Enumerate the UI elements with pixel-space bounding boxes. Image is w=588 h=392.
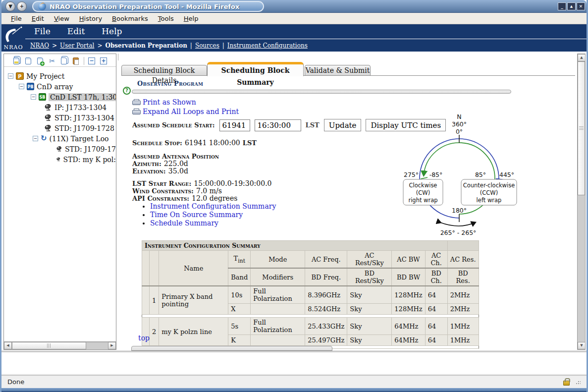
cell-bd-ch: 64 [425, 335, 447, 346]
tree-item-target-loop[interactable]: − ↻ (11X) Target Loo [4, 133, 116, 144]
antenna-icon [45, 104, 52, 111]
print-as-shown-row: Print as Shown [132, 98, 196, 106]
secure-lock-icon [563, 381, 570, 386]
tab-scheduling-block-details[interactable]: Scheduling Block Details [121, 65, 207, 76]
menu-view[interactable]: View [50, 14, 74, 23]
titlebar: ▼ + NRAO Observation Preparation Tool - … [1, 0, 587, 13]
resize-grip[interactable] [576, 380, 581, 385]
app-menu-edit[interactable]: Edit [67, 26, 85, 36]
next-section-bar[interactable] [131, 346, 332, 351]
tree-item-scan[interactable]: STD: J1733-1304 [4, 112, 116, 123]
header-modifiers: Modifiers [251, 268, 305, 286]
collapse-icon[interactable]: − [19, 84, 24, 89]
scrollbar-thumb[interactable] [578, 61, 585, 195]
table-row[interactable]: 1 Primary X band pointing 10s Full Polar… [142, 286, 479, 304]
window-menu-button[interactable]: ▼ [5, 1, 15, 11]
collapse-icon[interactable]: − [8, 73, 13, 79]
help-icon[interactable]: ? [123, 87, 131, 95]
breadcrumb-current: Observation Preparation [105, 42, 187, 49]
tab-validate-submit[interactable]: Validate & Submit [305, 65, 371, 76]
scrollbar-thumb[interactable] [12, 342, 86, 349]
cell-ac-res: 2MHz [447, 286, 479, 304]
scroll-right-icon[interactable]: ▶ [108, 342, 116, 349]
menu-tools[interactable]: Tools [154, 14, 178, 23]
tree-item-scan[interactable]: STD: my K pol: [4, 154, 116, 165]
menu-file[interactable]: File [6, 14, 26, 23]
collapse-all-icon[interactable]: − [88, 56, 96, 65]
breadcrumb-instrument-configurations[interactable]: Instrument Configurations [227, 42, 308, 49]
instrument-configuration-summary-link[interactable]: Instrument Configuration Summary [150, 202, 276, 210]
close-button[interactable]: ✕ [577, 2, 585, 10]
tree-item-scan[interactable]: IP: J1733-1304 [4, 102, 116, 112]
menu-history[interactable]: History [75, 14, 107, 23]
copy-all-icon[interactable] [12, 56, 21, 65]
tree-item-scheduling-block[interactable]: − SB CnD LST 17h, 1:30: [4, 92, 116, 102]
header-tint: Tint [228, 251, 251, 269]
top-link[interactable]: top [138, 334, 150, 342]
breadcrumb-separator: > [97, 42, 102, 49]
tree-item-project[interactable]: − P My Project [4, 71, 116, 81]
start-time-input[interactable] [255, 119, 301, 131]
add-document-icon[interactable] [36, 56, 45, 65]
schedule-summary-link[interactable]: Schedule Summary [150, 219, 218, 227]
scroll-left-icon[interactable]: ◀ [4, 342, 12, 349]
app-menu-file[interactable]: File [34, 26, 51, 36]
scrollbar-track[interactable] [86, 342, 108, 349]
menu-edit[interactable]: Edit [27, 14, 49, 23]
breadcrumb-sources[interactable]: Sources [195, 42, 219, 49]
main-panel: Scheduling Block Details Scheduling Bloc… [120, 52, 576, 351]
window-plus-button[interactable]: + [17, 1, 27, 11]
collapse-icon[interactable]: − [33, 136, 38, 141]
menu-help[interactable]: Help [179, 14, 203, 23]
paste-icon[interactable] [72, 56, 80, 65]
update-button[interactable]: Update [324, 119, 362, 131]
tree-item-label: IP: J1733-1304 [54, 104, 107, 112]
minimize-button[interactable]: _ [558, 2, 566, 10]
cut-icon[interactable]: ✂ [48, 56, 56, 65]
elevation-value: 35.0d [168, 167, 188, 175]
elevation-row: Elevation: 35.0d [132, 166, 188, 175]
printer-icon [132, 109, 140, 114]
section-collapse-bar[interactable] [132, 90, 511, 94]
antenna-icon [45, 114, 52, 121]
cw-line2: (CW) [416, 189, 430, 196]
ccw-line1: Counter-clockwise [463, 182, 515, 189]
cell-ac-restsky: Sky [347, 286, 392, 304]
collapse-icon[interactable]: − [31, 94, 36, 100]
tint-sub: int [238, 257, 245, 264]
scrollbar-track[interactable] [578, 195, 585, 342]
wrap-range-label: 265° - 265° [440, 229, 477, 236]
deg-275-label: 275° [404, 171, 419, 178]
time-on-source-summary-link[interactable]: Time On Source Summary [150, 211, 243, 219]
table-title: Instrument Configuration Summary [142, 241, 448, 251]
main-vertical-scrollbar[interactable]: ▲ ▼ [577, 54, 586, 350]
tree-item-scan[interactable]: STD: J1709-17 [4, 144, 116, 154]
project-icon: P [16, 72, 24, 80]
tree-horizontal-scrollbar[interactable]: ◀ ▶ [4, 341, 116, 349]
cell-mode: Full Polarization [251, 318, 305, 335]
cw-line1: Clockwise [409, 182, 437, 189]
scroll-up-icon[interactable]: ▲ [578, 54, 586, 61]
schedule-stop-unit: LST [243, 139, 257, 147]
scroll-down-icon[interactable]: ▼ [578, 342, 586, 349]
print-as-shown-link[interactable]: Print as Shown [143, 98, 196, 106]
cell-bd-restsky: Sky [347, 304, 392, 315]
new-document-icon[interactable] [24, 56, 33, 65]
maximize-button[interactable]: ▲ [567, 2, 576, 10]
tab-scheduling-block-summary[interactable]: Scheduling Block Summary [207, 62, 304, 76]
copy-icon[interactable] [60, 56, 68, 65]
api-row: API Constraints: 12.0 degrees [132, 193, 237, 203]
app-menu-help[interactable]: Help [102, 26, 122, 36]
expand-all-loops-print-link[interactable]: Expand All Loops and Print [143, 108, 239, 115]
menu-bookmarks[interactable]: Bookmarks [107, 14, 153, 23]
table-row[interactable]: 2 my K polzn line 5s Full Polarization 2… [142, 318, 479, 335]
tree-item-scan[interactable]: STD: J1709-1728 [4, 123, 116, 133]
header-bd-res: BD Res. [447, 268, 479, 286]
breadcrumb-nrao[interactable]: NRAO [30, 42, 49, 49]
tree-item-program-block[interactable]: − PB CnD array [4, 81, 116, 92]
expand-all-icon[interactable]: + [100, 56, 108, 65]
breadcrumb-user-portal[interactable]: User Portal [60, 42, 94, 49]
browser-window: ▼ + NRAO Observation Preparation Tool - … [0, 0, 588, 392]
start-date-input[interactable] [219, 119, 250, 131]
tint-t: T [234, 255, 238, 262]
